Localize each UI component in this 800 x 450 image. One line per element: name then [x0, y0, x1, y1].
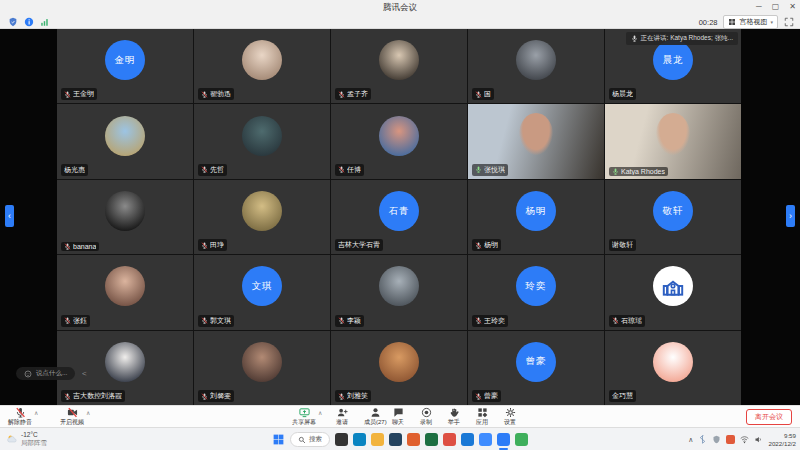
network-signal-icon[interactable]: [40, 17, 50, 27]
toolbar-raise-hand-button[interactable]: 举手: [448, 407, 460, 427]
participant-tile[interactable]: 李颖: [331, 255, 467, 329]
next-page-button[interactable]: ›: [786, 205, 795, 227]
taskbar-app-mail-app[interactable]: [461, 433, 474, 446]
participant-tile[interactable]: 张悦琪: [468, 104, 604, 178]
participant-tile[interactable]: Katya Rhodes: [605, 104, 741, 178]
weather-widget[interactable]: -12°C 局部阵雪: [6, 431, 47, 447]
toolbar-camera-off-button[interactable]: 开启视频: [60, 407, 84, 427]
participant-tile[interactable]: banana: [57, 180, 193, 254]
participant-tile[interactable]: 任博: [331, 104, 467, 178]
participant-avatar: [653, 342, 693, 382]
participant-tile[interactable]: 刘馨雯: [194, 331, 330, 405]
participant-face: [656, 113, 690, 155]
taskbar-search[interactable]: 搜索: [290, 432, 330, 447]
tray-bluetooth-icon[interactable]: [698, 435, 707, 444]
participant-tile[interactable]: 刘雅笑: [331, 331, 467, 405]
tray-chevron-up-icon[interactable]: ∧: [688, 436, 693, 444]
taskbar-app-navy-app[interactable]: [389, 433, 402, 446]
participant-tile[interactable]: 曾豪曾豪: [468, 331, 604, 405]
mic-muted-icon: [64, 393, 71, 400]
taskbar-app-edge-browser[interactable]: [353, 433, 366, 446]
toolbar-invite-button[interactable]: 邀请: [336, 407, 348, 427]
previous-page-button[interactable]: ‹: [5, 205, 14, 227]
toolbar-label: 成员(27): [364, 418, 387, 427]
participant-name-label: banana: [61, 242, 99, 251]
participant-name-label: 吉林大学石青: [335, 239, 383, 251]
participant-tile[interactable]: 石青吉林大学石青: [331, 180, 467, 254]
toolbar-settings-button[interactable]: 设置: [504, 407, 516, 427]
participant-tile[interactable]: 田琤: [194, 180, 330, 254]
participant-name: 杨晨龙: [612, 89, 633, 99]
taskbar-app-chrome-browser[interactable]: [443, 433, 456, 446]
participant-name: 翟勃迅: [210, 89, 231, 99]
taskbar-app-tencent-meeting[interactable]: [497, 433, 510, 446]
toolbar-share-screen-button[interactable]: 共享屏幕: [292, 407, 316, 427]
chevron-up-icon[interactable]: ∧: [318, 409, 322, 416]
taskbar-app-docs-app[interactable]: [479, 433, 492, 446]
minimize-button[interactable]: ─: [756, 0, 762, 13]
toolbar-label: 邀请: [336, 418, 348, 427]
fullscreen-icon[interactable]: [784, 17, 794, 27]
camera-off-icon: [67, 407, 78, 418]
mic-muted-icon: [201, 166, 208, 173]
toolbar-chat-button[interactable]: 聊天: [392, 407, 404, 427]
toolbar-mic-muted-button[interactable]: 解除静音: [8, 407, 32, 427]
toolbar-label: 共享屏幕: [292, 418, 316, 427]
meeting-info-icon[interactable]: [24, 17, 34, 27]
toolbar-record-button[interactable]: 录制: [420, 407, 432, 427]
chevron-up-icon[interactable]: ∧: [86, 409, 90, 416]
participant-name-label: 石琼瑶: [609, 315, 645, 327]
participant-tile[interactable]: 先哲: [194, 104, 330, 178]
participant-tile[interactable]: 杨明杨明: [468, 180, 604, 254]
participant-name-label: 杨晨龙: [609, 88, 636, 100]
participant-tile[interactable]: 金明王金明: [57, 29, 193, 103]
participant-name: 金巧慧: [612, 391, 633, 401]
taskbar-app-dark-app[interactable]: [335, 433, 348, 446]
mic-muted-icon: [612, 317, 619, 324]
participant-name: 李颖: [347, 316, 361, 326]
participant-tile[interactable]: 国: [468, 29, 604, 103]
participant-tile[interactable]: 孟子齐: [331, 29, 467, 103]
participant-name-label: 翟勃迅: [198, 88, 234, 100]
view-mode-button[interactable]: 宫格视图 ▾: [723, 15, 778, 29]
toolbar-members-button[interactable]: 成员(27): [364, 407, 387, 427]
wifi-icon[interactable]: [740, 435, 749, 444]
raise-hand-icon: [449, 407, 460, 418]
taskbar-app-firefox-browser[interactable]: [407, 433, 420, 446]
taskbar-app-file-explorer[interactable]: [371, 433, 384, 446]
taskbar-app-excel[interactable]: [425, 433, 438, 446]
participant-name: 杨光惠: [64, 165, 85, 175]
participant-tile[interactable]: 玲奕王玲奕: [468, 255, 604, 329]
chat-icon: [393, 407, 404, 418]
maximize-button[interactable]: ▢: [772, 0, 780, 13]
participant-tile[interactable]: 杨光惠: [57, 104, 193, 178]
participant-name: 曾豪: [484, 391, 498, 401]
chevron-up-icon[interactable]: ∧: [34, 409, 38, 416]
meeting-timer: 00:28: [699, 18, 718, 27]
chat-collapse-arrow[interactable]: <: [82, 369, 87, 378]
participant-tile[interactable]: 敬轩谢敬轩: [605, 180, 741, 254]
toolbar-apps-button[interactable]: 应用: [476, 407, 488, 427]
volume-icon[interactable]: [754, 435, 763, 444]
participant-tile[interactable]: 翟勃迅: [194, 29, 330, 103]
tray-app-icon[interactable]: [726, 435, 735, 444]
close-button[interactable]: ✕: [789, 0, 796, 13]
participant-avatar: [516, 40, 556, 80]
participant-tile[interactable]: 吉大数控刘洛霞: [57, 331, 193, 405]
taskbar-app-green-app[interactable]: [515, 433, 528, 446]
quick-chat-input[interactable]: 说点什么...: [16, 367, 75, 380]
participant-name: 王玲奕: [484, 316, 505, 326]
participant-tile[interactable]: 金巧慧: [605, 331, 741, 405]
toolbar-label: 应用: [476, 418, 488, 427]
participant-avatar: 晨龙: [653, 40, 693, 80]
tray-time: 9:59: [768, 432, 796, 440]
participant-tile[interactable]: 石琼瑶: [605, 255, 741, 329]
participant-tile[interactable]: 张鈺: [57, 255, 193, 329]
security-shield-icon[interactable]: [8, 17, 18, 27]
leave-meeting-button[interactable]: 离开会议: [746, 409, 792, 425]
toolbar-label: 解除静音: [8, 418, 32, 427]
tray-shield-icon[interactable]: [712, 435, 721, 444]
start-button[interactable]: [272, 433, 285, 446]
participant-tile[interactable]: 文琪郭文琪: [194, 255, 330, 329]
taskbar-clock[interactable]: 9:59 2022/12/2: [768, 432, 796, 448]
